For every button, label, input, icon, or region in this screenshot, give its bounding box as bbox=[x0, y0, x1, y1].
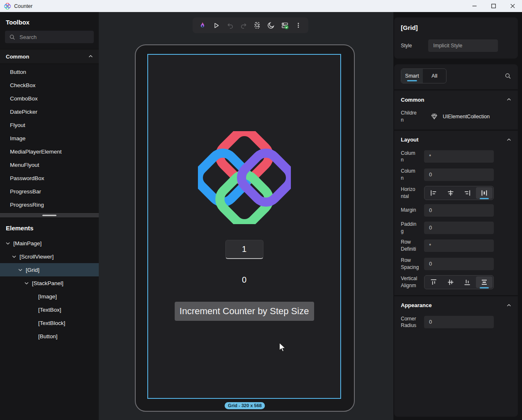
stretch-horizontal-button[interactable] bbox=[476, 187, 493, 199]
tab-smart[interactable]: Smart bbox=[401, 69, 423, 83]
tab-label: All bbox=[432, 73, 437, 79]
properties-search-button[interactable] bbox=[505, 73, 511, 79]
property-label: Vertical Alignm bbox=[401, 275, 420, 289]
toolbox-item-progressbar[interactable]: ProgressBar bbox=[0, 185, 99, 198]
inspect-zoom-button[interactable] bbox=[251, 20, 263, 31]
align-bottom-button[interactable] bbox=[459, 276, 476, 288]
toolbox-item-passwordbox[interactable]: PasswordBox bbox=[0, 172, 99, 185]
margin-row: Margin bbox=[401, 204, 511, 217]
selected-grid-outline[interactable]: 1 0 Increment Counter by Step Size bbox=[147, 54, 341, 399]
minimize-button[interactable] bbox=[465, 0, 484, 12]
align-right-button[interactable] bbox=[459, 187, 476, 199]
column-definitions-input[interactable] bbox=[424, 150, 494, 163]
stretch-vertical-button[interactable] bbox=[476, 276, 493, 288]
search-input[interactable] bbox=[20, 34, 93, 40]
increment-button[interactable]: Increment Counter by Step Size bbox=[175, 302, 314, 321]
tree-node-mainpage[interactable]: [MainPage] bbox=[0, 237, 99, 250]
tree-node-scrollviewer[interactable]: [ScrollViewer] bbox=[0, 250, 99, 263]
panel-splitter[interactable] bbox=[0, 212, 99, 218]
tab-all[interactable]: All bbox=[423, 69, 446, 83]
theme-toggle-button[interactable] bbox=[265, 20, 277, 31]
toolbox-item-progressring[interactable]: ProgressRing bbox=[0, 198, 99, 212]
toolbox-list: Button CheckBox ComboBox DatePicker Flyo… bbox=[0, 64, 99, 212]
properties-tabs: Smart All bbox=[401, 68, 511, 83]
tree-node-image[interactable]: [Image] bbox=[0, 290, 99, 303]
app-logo-image[interactable] bbox=[198, 131, 291, 226]
redo-icon bbox=[240, 22, 247, 29]
tree-node-textbox[interactable]: [TextBox] bbox=[0, 303, 99, 316]
counter-textblock[interactable]: 0 bbox=[242, 275, 246, 285]
padding-input[interactable] bbox=[424, 222, 494, 234]
tree-node-label: [Grid] bbox=[26, 267, 39, 273]
section-appearance-header[interactable]: Appearance bbox=[401, 299, 511, 312]
toolbox-item-datepicker[interactable]: DatePicker bbox=[0, 105, 99, 119]
corner-radius-input[interactable] bbox=[424, 316, 494, 328]
vertical-alignment-group bbox=[424, 275, 494, 289]
tree-node-label: [ScrollViewer] bbox=[20, 254, 54, 260]
redo-button[interactable] bbox=[238, 20, 249, 31]
chevron-down-icon[interactable] bbox=[12, 255, 16, 258]
section-title: Layout bbox=[401, 137, 419, 143]
chevron-up-icon bbox=[507, 138, 511, 142]
chevron-up-icon bbox=[507, 98, 511, 101]
horizontal-alignment-group bbox=[424, 186, 494, 200]
children-property-row[interactable]: Childre n UIElementCollection bbox=[401, 110, 511, 124]
toolbox-section-common[interactable]: Common bbox=[0, 49, 99, 64]
validate-button[interactable] bbox=[279, 20, 290, 31]
property-label: Row Definiti bbox=[401, 239, 420, 253]
align-left-button[interactable] bbox=[425, 187, 442, 199]
column-definitions-row: Colum n bbox=[401, 150, 511, 164]
undo-button[interactable] bbox=[224, 20, 236, 31]
row-definitions-row: Row Definiti bbox=[401, 239, 511, 253]
maximize-button[interactable] bbox=[484, 0, 503, 12]
properties-card: Smart All Common Childre n bbox=[394, 64, 518, 417]
property-label: Horizo ntal bbox=[401, 186, 420, 200]
tree-node-stackpanel[interactable]: [StackPanel] bbox=[0, 276, 99, 290]
toolbox-item-flyout[interactable]: Flyout bbox=[0, 119, 99, 132]
close-button[interactable] bbox=[503, 0, 522, 12]
section-title: Appearance bbox=[401, 302, 432, 308]
tree-node-textblock[interactable]: [TextBlock] bbox=[0, 316, 99, 330]
section-title: Common bbox=[401, 97, 424, 103]
toolbox-item-button[interactable]: Button bbox=[0, 66, 99, 79]
style-input[interactable] bbox=[428, 39, 498, 52]
tree-node-label: [StackPanel] bbox=[32, 280, 63, 286]
align-center-vertical-button[interactable] bbox=[442, 276, 459, 288]
toolbox-item-checkbox[interactable]: CheckBox bbox=[0, 79, 99, 92]
align-center-horizontal-button[interactable] bbox=[442, 187, 459, 199]
left-sidebar: Toolbox Common Button CheckBox ComboBox … bbox=[0, 12, 99, 420]
chevron-down-icon[interactable] bbox=[18, 269, 22, 271]
column-spacing-row: Colum n bbox=[401, 168, 511, 182]
property-label: Row Spacing bbox=[401, 257, 420, 271]
properties-panel: [Grid] Style Smart All bbox=[393, 12, 522, 420]
chevron-down-icon[interactable] bbox=[6, 242, 10, 245]
margin-input[interactable] bbox=[424, 204, 494, 217]
column-spacing-input[interactable] bbox=[424, 168, 494, 181]
align-top-button[interactable] bbox=[425, 276, 442, 288]
tab-label: Smart bbox=[405, 73, 419, 79]
toolbox-item-combobox[interactable]: ComboBox bbox=[0, 92, 99, 105]
row-definitions-input[interactable] bbox=[424, 239, 494, 252]
step-size-textbox[interactable]: 1 bbox=[225, 240, 263, 259]
property-label: Margin bbox=[401, 207, 420, 214]
section-common-header[interactable]: Common bbox=[401, 93, 511, 106]
chevron-up-icon bbox=[507, 304, 511, 307]
splitter-grip-handle[interactable] bbox=[42, 215, 56, 216]
chevron-down-icon[interactable] bbox=[24, 282, 29, 285]
tree-node-button[interactable]: [Button] bbox=[0, 330, 99, 343]
toolbox-item-image[interactable]: Image bbox=[0, 132, 99, 145]
grid-size-badge: Grid - 320 x 568 bbox=[224, 402, 265, 409]
section-layout-header[interactable]: Layout bbox=[401, 133, 511, 147]
hot-reload-button[interactable] bbox=[197, 20, 208, 31]
property-label: Corner Radius bbox=[401, 315, 420, 330]
play-button[interactable] bbox=[210, 20, 222, 31]
tree-node-grid[interactable]: [Grid] bbox=[0, 263, 99, 276]
row-spacing-input[interactable] bbox=[424, 258, 494, 270]
toolbox-item-mediaplayerelement[interactable]: MediaPlayerElement bbox=[0, 145, 99, 159]
design-canvas[interactable]: 1 0 Increment Counter by Step Size Grid … bbox=[99, 12, 393, 420]
toolbox-search[interactable] bbox=[5, 31, 94, 43]
tree-node-label: [TextBox] bbox=[38, 307, 61, 313]
toolbox-item-menuflyout[interactable]: MenuFlyout bbox=[0, 159, 99, 172]
more-options-button[interactable] bbox=[293, 20, 304, 31]
property-label: Paddin g bbox=[401, 221, 420, 235]
